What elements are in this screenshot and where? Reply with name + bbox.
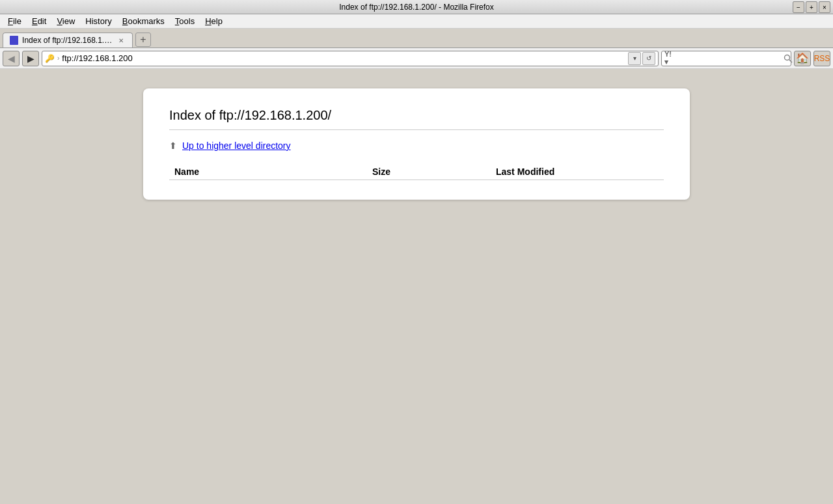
menu-tools[interactable]: Tools <box>170 15 200 27</box>
page-container: Index of ftp://192.168.1.200/ ⬆ Up to hi… <box>143 88 690 200</box>
address-input[interactable] <box>62 53 625 63</box>
up-directory-row: ⬆ Up to higher level directory <box>169 140 664 151</box>
tab-close-button[interactable]: ✕ <box>117 36 126 45</box>
search-engine-label: Y! ▾ <box>664 50 672 66</box>
tab-active[interactable]: Index of ftp://192.168.1.200/ ✕ <box>3 33 133 47</box>
menu-edit[interactable]: Edit <box>27 15 51 27</box>
col-header-size: Size <box>367 164 491 180</box>
address-separator: › <box>57 55 59 62</box>
address-bar[interactable]: 🔑 › ▾ ↺ <box>42 51 659 66</box>
window-controls: − + × <box>793 1 830 13</box>
lock-icon: 🔑 <box>45 54 55 63</box>
tab-label: Index of ftp://192.168.1.200/ <box>22 36 113 45</box>
nav-bar: ◀ ▶ 🔑 › ▾ ↺ Y! ▾ 🏠 RSS <box>0 48 833 69</box>
menu-history[interactable]: History <box>80 15 116 27</box>
browser-content: Index of ftp://192.168.1.200/ ⬆ Up to hi… <box>0 69 833 504</box>
col-header-name: Name <box>169 164 367 180</box>
table-header-row: Name Size Last Modified <box>169 164 664 180</box>
home-button[interactable]: 🏠 <box>794 51 811 66</box>
menu-file[interactable]: File <box>3 15 27 27</box>
svg-point-0 <box>785 55 790 60</box>
search-button[interactable] <box>784 53 793 64</box>
new-tab-button[interactable]: + <box>135 33 151 47</box>
up-directory-link[interactable]: Up to higher level directory <box>182 140 291 151</box>
menu-view[interactable]: View <box>51 15 80 27</box>
reload-button[interactable]: ↺ <box>642 52 655 65</box>
forward-button[interactable]: ▶ <box>22 51 39 66</box>
tab-favicon <box>10 36 18 45</box>
close-button[interactable]: × <box>819 1 830 13</box>
menu-bookmarks[interactable]: Bookmarks <box>117 15 170 27</box>
col-header-last-modified: Last Modified <box>491 164 664 180</box>
window-title: Index of ftp://192.168.1.200/ - Mozilla … <box>339 3 493 12</box>
menu-bar: File Edit View History Bookmarks Tools H… <box>0 14 833 29</box>
rss-button[interactable]: RSS <box>813 51 830 66</box>
maximize-button[interactable]: + <box>806 1 817 13</box>
search-input[interactable] <box>673 53 782 63</box>
menu-help[interactable]: Help <box>200 15 228 27</box>
search-bar[interactable]: Y! ▾ <box>661 51 791 66</box>
minimize-button[interactable]: − <box>793 1 804 13</box>
tab-bar: Index of ftp://192.168.1.200/ ✕ + <box>0 29 833 48</box>
address-bar-controls: ▾ ↺ <box>628 52 655 65</box>
title-bar: Index of ftp://192.168.1.200/ - Mozilla … <box>0 0 833 14</box>
address-dropdown-button[interactable]: ▾ <box>628 52 641 65</box>
file-listing-table: Name Size Last Modified <box>169 164 664 180</box>
back-button[interactable]: ◀ <box>3 51 20 66</box>
page-heading: Index of ftp://192.168.1.200/ <box>169 108 664 130</box>
up-arrow-icon: ⬆ <box>169 140 177 151</box>
svg-line-1 <box>789 59 793 62</box>
